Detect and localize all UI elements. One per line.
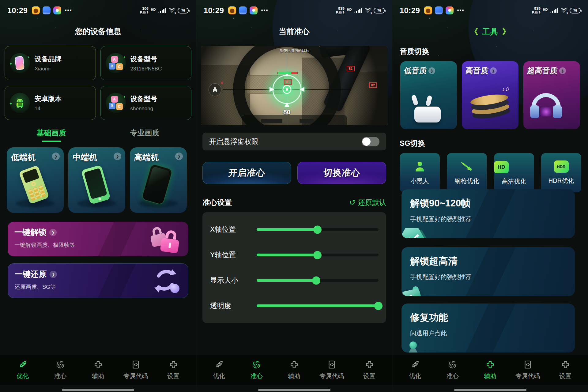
tier-card-high[interactable]: 高端机 ❯ xyxy=(130,147,187,213)
nav-exclusive-code[interactable]: 专属代码 xyxy=(512,355,544,385)
enemy-marker: 81 xyxy=(347,66,355,71)
y-position-slider[interactable] xyxy=(257,254,379,256)
device-info-grid: ✦ ✦ 设备品牌 Xiaomi A B C ✦ xyxy=(5,46,191,120)
restore-default-button[interactable]: ↺ 还原默认 xyxy=(349,198,386,207)
enemy-marker: 01 xyxy=(284,79,292,85)
crosshair-settings-header: 准心设置 ↺ 还原默认 xyxy=(202,198,386,207)
nav-optimize[interactable]: 优化 xyxy=(399,355,431,385)
notification-icons xyxy=(424,6,454,14)
tier-card-mid[interactable]: 中端机 ❯ xyxy=(68,147,125,213)
nav-settings[interactable]: 设置 xyxy=(157,355,189,385)
starfield-decoration xyxy=(37,18,37,19)
red-x-icon: ✕ xyxy=(220,80,224,86)
chevron-right-icon: ❯ xyxy=(490,67,497,74)
audio-card-ultra[interactable]: 超高音质 ❯ xyxy=(523,61,580,129)
rifle-icon xyxy=(460,160,474,173)
network-speed: 939 KB/s xyxy=(336,7,344,14)
device-card-label: 设备品牌 xyxy=(35,55,62,64)
chevron-right-icon: ❯ xyxy=(50,271,57,278)
screen-tools: 10:29 ⋯ 939 KB/s HD 6 76 xyxy=(392,0,588,392)
device-card-value: shennong xyxy=(130,106,157,112)
audio-card-high[interactable]: 高音质 ❯ ♪♫ xyxy=(462,61,518,129)
blue-app-icon xyxy=(239,6,247,14)
x-position-slider[interactable] xyxy=(257,228,379,231)
nav-exclusive-code[interactable]: 专属代码 xyxy=(120,355,152,385)
nav-assist[interactable]: 辅助 xyxy=(82,355,114,385)
tile-hd-optimize[interactable]: HD 高清优化 xyxy=(494,153,534,192)
repair-banner[interactable]: 修复功能 闪退用户点此 xyxy=(401,303,575,352)
battery-indicator: 76 xyxy=(374,8,385,13)
tile-hdr-optimize[interactable]: HDR HDR优化 xyxy=(541,153,581,192)
opacity-slider[interactable] xyxy=(257,304,379,307)
swirl-app-icon xyxy=(53,6,61,14)
unlock-uhd-banner[interactable]: 解锁超高清 手机配置好的强烈推荐 xyxy=(401,247,575,296)
tab-basic-quality[interactable]: 基础画质 xyxy=(5,128,98,142)
tile-black-figure[interactable]: 小黑人 xyxy=(400,153,440,192)
sparkle-icon: ✦ xyxy=(9,101,13,106)
nav-settings[interactable]: 设置 xyxy=(549,355,581,385)
clock: 10:29 xyxy=(400,6,420,15)
car-app-icon xyxy=(32,6,40,14)
sparkle-icon: ✦ xyxy=(123,95,126,99)
molecule-icon xyxy=(401,341,427,352)
page-title: 当前准心 xyxy=(196,26,392,36)
chevron-right-icon: ❯ xyxy=(49,229,57,236)
abc-blocks-icon: A B C ✦ xyxy=(106,93,126,113)
device-card-value: 14 xyxy=(35,106,62,112)
sg-section-title: SG切换 xyxy=(400,138,425,148)
crosshair-icon xyxy=(448,360,457,369)
wifi-icon: 6 xyxy=(364,7,371,14)
page-title: 《 工具 》 xyxy=(392,26,588,37)
tab-pro-quality[interactable]: 专业画质 xyxy=(98,128,191,142)
nav-optimize[interactable]: 优化 xyxy=(7,355,39,385)
banner-title: 一键还原 xyxy=(15,269,47,280)
tile-rifle-optimize[interactable]: 钢枪优化 xyxy=(447,153,487,192)
hdr-badge-icon: HDR xyxy=(554,160,569,173)
one-key-restore-banner[interactable]: 一键还原 ❯ 还原画质、SG等 xyxy=(8,263,188,298)
device-model-card: A B C ✦ 设备型号 23116PN5BC xyxy=(100,46,192,80)
unlock-fps-banner[interactable]: 解锁90~120帧 手机配置好的强烈推荐 xyxy=(401,189,575,238)
nav-crosshair[interactable]: 准心 xyxy=(437,355,469,385)
one-key-unlock-banner[interactable]: 一键解锁 ❯ 一键解锁画质、极限帧等 xyxy=(8,222,188,256)
screen-optimize: 10:29 ⋯ 106 KB/s HD 6 76 您的 xyxy=(0,0,196,392)
nav-exclusive-code[interactable]: 专属代码 xyxy=(316,355,348,385)
active-tab-underline xyxy=(42,141,61,142)
bottom-nav: 优化 准心 辅助 专属代码 设置 xyxy=(392,355,588,385)
assist-cross-icon xyxy=(93,360,103,369)
nav-crosshair[interactable]: 准心 xyxy=(241,355,273,385)
blue-app-icon xyxy=(43,6,51,14)
tier-card-low[interactable]: 低端机 ❯ xyxy=(7,147,64,213)
device-brand-card: ✦ ✦ 设备品牌 Xiaomi xyxy=(5,46,96,80)
crosshair-preview-image: 攻夺区域内的目标 01 81 82 80 ✕ xyxy=(201,46,388,125)
android-version-card: ✦ 安卓版本 14 xyxy=(5,86,96,120)
home-indicator[interactable] xyxy=(454,389,526,391)
device-card-value: Xiaomi xyxy=(35,66,62,72)
display-size-slider[interactable] xyxy=(257,279,379,282)
rocket-icon xyxy=(410,360,420,369)
chevron-right-icon: ❯ xyxy=(114,153,121,160)
starfield-decoration xyxy=(233,18,234,19)
sparkle-icon: ✦ xyxy=(28,55,30,59)
phone-icon: ✦ ✦ xyxy=(10,53,30,73)
clock: 10:29 xyxy=(204,6,224,15)
hd-volte-icon: HD xyxy=(543,8,548,11)
pink-locks-icon xyxy=(147,224,183,254)
home-indicator[interactable] xyxy=(62,389,134,391)
keypad-phone-art xyxy=(19,165,49,204)
home-indicator[interactable] xyxy=(258,389,330,391)
nav-assist[interactable]: 辅助 xyxy=(474,355,506,385)
nav-crosshair[interactable]: 准心 xyxy=(44,355,76,385)
audio-card-low[interactable]: 低音质 ❯ xyxy=(400,61,457,129)
quality-tabs: 基础画质 专业画质 xyxy=(5,128,191,142)
nav-assist[interactable]: 辅助 xyxy=(278,355,310,385)
right-bracket-icon: 》 xyxy=(502,27,510,36)
nav-settings[interactable]: 设置 xyxy=(353,355,385,385)
page-title: 您的设备信息 xyxy=(0,26,196,36)
enable-crosshair-button[interactable]: 开启准心 xyxy=(202,162,291,184)
battery-indicator: 76 xyxy=(178,8,189,13)
switch-crosshair-button[interactable]: 切换准心 xyxy=(297,162,386,184)
game-objective-text: 攻夺区域内的目标 xyxy=(201,48,388,53)
nav-optimize[interactable]: 优化 xyxy=(203,355,235,385)
float-permission-toggle[interactable] xyxy=(362,137,379,146)
assist-cross-icon xyxy=(485,360,495,369)
